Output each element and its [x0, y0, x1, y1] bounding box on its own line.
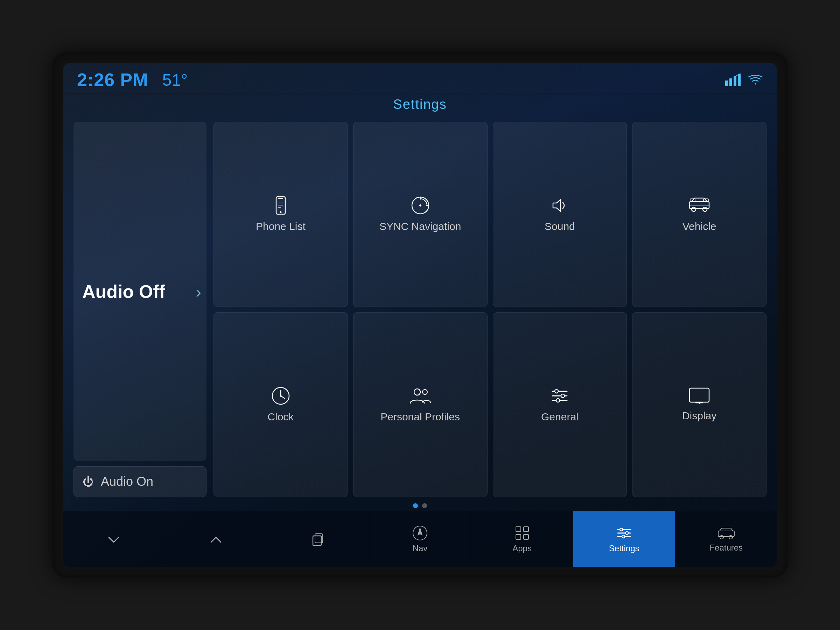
svg-point-7: [279, 212, 281, 213]
sync-navigation-label: SYNC Navigation: [379, 221, 461, 232]
svg-rect-37: [516, 527, 521, 532]
nav-navigation[interactable]: Nav: [369, 512, 471, 567]
status-bar: 2:26 PM 51°: [63, 63, 777, 94]
general-label: General: [541, 411, 579, 423]
svg-rect-6: [278, 198, 283, 199]
svg-rect-3: [738, 74, 741, 86]
audio-on-label: Audio On: [101, 474, 153, 489]
sound-label: Sound: [545, 221, 575, 232]
chevron-right-icon: ›: [196, 282, 201, 301]
display-label: Display: [682, 410, 717, 422]
display-icon: [689, 387, 710, 404]
pagination-dot-2[interactable]: [422, 503, 427, 508]
svg-rect-38: [524, 527, 529, 532]
audio-on-button[interactable]: ⏻ Audio On: [74, 466, 207, 497]
audio-off-text: Audio Off: [82, 281, 198, 302]
chevron-up-icon: [208, 533, 224, 546]
nav-apps[interactable]: Apps: [471, 512, 573, 567]
nav-features-label: Features: [709, 543, 743, 553]
svg-point-44: [620, 528, 623, 531]
phone-icon: [271, 196, 290, 215]
grid-item-sound[interactable]: Sound: [493, 122, 627, 307]
svg-point-48: [720, 535, 723, 539]
svg-rect-34: [313, 536, 321, 546]
temperature-display: 51°: [163, 70, 188, 90]
sound-icon: [550, 196, 569, 215]
svg-point-28: [555, 390, 558, 393]
status-right: [725, 74, 763, 86]
chevron-down-icon: [106, 533, 122, 546]
power-icon: ⏻: [83, 475, 94, 488]
nav-nav-label: Nav: [413, 543, 428, 553]
profiles-icon: [409, 387, 431, 405]
settings-grid: Phone List SYNC Navigation: [213, 122, 766, 497]
nav-settings[interactable]: Settings: [573, 512, 676, 567]
svg-point-24: [422, 390, 427, 395]
screen: 2:26 PM 51°: [63, 63, 777, 567]
svg-rect-31: [690, 388, 709, 402]
grid-item-clock[interactable]: Clock: [213, 312, 348, 497]
personal-profiles-label: Personal Profiles: [381, 411, 460, 423]
svg-rect-40: [524, 534, 529, 539]
clock-label: Clock: [267, 411, 294, 423]
svg-point-45: [625, 532, 628, 534]
car-icon: [717, 526, 735, 540]
svg-point-30: [556, 399, 560, 402]
nav-settings-label: Settings: [609, 543, 639, 553]
pagination-dot-1[interactable]: [413, 503, 418, 508]
navigation-icon: [411, 196, 430, 215]
clock-icon: [271, 387, 290, 405]
svg-point-29: [561, 394, 565, 398]
grid-item-general[interactable]: General: [493, 312, 627, 497]
svg-point-22: [279, 395, 281, 396]
wifi-icon: [748, 74, 763, 86]
grid-item-sync-navigation[interactable]: SYNC Navigation: [353, 122, 488, 307]
svg-point-16: [692, 207, 696, 212]
grid-item-display[interactable]: Display: [632, 312, 766, 497]
signal-icon: [725, 74, 741, 86]
svg-point-23: [414, 389, 420, 395]
vehicle-icon: [689, 196, 710, 215]
sliders-icon: [616, 525, 632, 541]
svg-point-46: [622, 535, 625, 538]
grid-item-phone-list[interactable]: Phone List: [213, 122, 348, 307]
svg-point-17: [703, 207, 707, 212]
pagination: [63, 501, 777, 511]
phone-list-label: Phone List: [256, 221, 306, 232]
clock-display: 2:26 PM: [77, 69, 148, 90]
audio-off-card[interactable]: Audio Off ›: [74, 122, 207, 461]
status-left: 2:26 PM 51°: [77, 69, 188, 90]
nav-back[interactable]: [63, 512, 165, 567]
svg-point-49: [729, 535, 733, 539]
svg-rect-0: [725, 81, 728, 86]
apps-grid-icon: [515, 525, 530, 541]
grid-item-vehicle[interactable]: Vehicle: [632, 122, 766, 307]
nav-home[interactable]: [267, 512, 369, 567]
svg-rect-39: [516, 534, 521, 539]
nav-arrow-icon: [412, 525, 428, 541]
copy-icon: [310, 532, 325, 547]
nav-apps-label: Apps: [512, 543, 532, 553]
bezel: 2:26 PM 51°: [52, 52, 788, 578]
svg-point-12: [419, 204, 422, 207]
svg-rect-2: [734, 76, 736, 86]
nav-forward[interactable]: [165, 512, 267, 567]
bottom-nav: Nav Apps: [63, 511, 777, 567]
page-title: Settings: [393, 97, 447, 112]
grid-item-personal-profiles[interactable]: Personal Profiles: [353, 312, 488, 497]
svg-rect-1: [729, 78, 732, 86]
general-icon: [550, 387, 569, 405]
nav-features[interactable]: Features: [675, 512, 777, 567]
page-title-bar: Settings: [63, 94, 777, 115]
left-panel: Audio Off › ⏻ Audio On: [74, 122, 207, 497]
main-content: Audio Off › ⏻ Audio On: [63, 115, 777, 501]
vehicle-label: Vehicle: [682, 221, 717, 232]
